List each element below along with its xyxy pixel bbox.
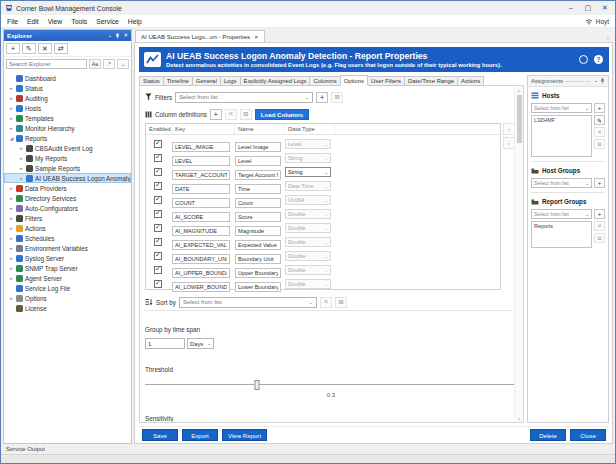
tree-item[interactable]: ▸ Agent Server bbox=[4, 273, 131, 283]
enabled-checkbox[interactable] bbox=[154, 168, 162, 176]
hosts-dropdown[interactable]: Select from list ⌄ bbox=[531, 103, 592, 113]
tree-chevron-icon[interactable]: ▸ bbox=[9, 106, 14, 111]
data-type-select[interactable]: Level ⌄ bbox=[285, 139, 331, 149]
tree-chevron-icon[interactable]: ▸ bbox=[9, 296, 14, 301]
tree-item[interactable]: ▸ Syslog Server bbox=[4, 253, 131, 263]
remove-sort-button[interactable]: ⊠ bbox=[335, 297, 347, 308]
tree-item[interactable]: ▸ Hosts bbox=[4, 103, 131, 113]
threshold-slider[interactable] bbox=[145, 380, 514, 390]
menu-item[interactable]: Edit bbox=[27, 18, 39, 25]
connection-user[interactable]: Hoyt bbox=[596, 18, 609, 25]
hosts-listbox[interactable]: L3ZHMF bbox=[531, 115, 592, 157]
property-tab[interactable]: General bbox=[192, 76, 221, 86]
property-tab[interactable]: Status bbox=[139, 76, 164, 86]
filters-dropdown[interactable]: Select from list ⌄ bbox=[175, 92, 313, 103]
enabled-checkbox[interactable] bbox=[154, 140, 162, 148]
tree-item[interactable]: ▸ My Reports bbox=[4, 153, 131, 163]
enabled-checkbox[interactable] bbox=[154, 252, 162, 260]
property-tab[interactable]: Date/Time Range bbox=[404, 76, 458, 86]
enabled-checkbox[interactable] bbox=[154, 224, 162, 232]
edit-item-button[interactable]: ✎ bbox=[22, 43, 36, 54]
tree-chevron-icon[interactable]: ▸ bbox=[9, 116, 14, 121]
data-type-select[interactable]: UInt64 ⌄ bbox=[285, 195, 331, 205]
clear-columns-button[interactable]: ⊠ bbox=[240, 109, 252, 120]
tab-list-chevron-icon[interactable]: ⌄ bbox=[606, 34, 613, 42]
tree-item[interactable]: ▸ Environment Variables bbox=[4, 243, 131, 253]
tree-item[interactable]: ▸ Auto-Configurators bbox=[4, 203, 131, 213]
tree-chevron-icon[interactable]: ▸ bbox=[9, 266, 14, 271]
tree-chevron-icon[interactable]: ▸ bbox=[9, 186, 14, 191]
add-item-button[interactable]: + bbox=[6, 43, 20, 54]
tree-item[interactable]: ▸ Actions bbox=[4, 223, 131, 233]
property-tab[interactable]: Explicitly Assigned Logs bbox=[240, 76, 311, 86]
footer-button[interactable]: Export bbox=[182, 429, 218, 441]
search-input[interactable] bbox=[6, 59, 87, 69]
content-scrollbar[interactable]: ˄ ˅ bbox=[514, 86, 523, 422]
enabled-checkbox[interactable] bbox=[154, 238, 162, 246]
minimize-icon[interactable]: – bbox=[567, 4, 575, 12]
tree-item[interactable]: ▸ Templates bbox=[4, 113, 131, 123]
tree-item[interactable]: ▸ Status bbox=[4, 83, 131, 93]
key-field[interactable] bbox=[172, 282, 230, 292]
enabled-checkbox[interactable] bbox=[154, 196, 162, 204]
scrollbar-thumb[interactable] bbox=[517, 95, 522, 143]
table-scroll-up-button[interactable]: ˄ bbox=[503, 123, 514, 135]
host-list-item[interactable]: L3ZHMF bbox=[534, 117, 589, 123]
tree-chevron-icon[interactable]: ▸ bbox=[9, 86, 14, 91]
data-type-select[interactable]: Double ⌄ bbox=[285, 265, 331, 275]
tree-item[interactable]: ▸ Monitor Hierarchy bbox=[4, 123, 131, 133]
group-by-unit-select[interactable]: Days ⌄ bbox=[187, 338, 214, 349]
property-tab[interactable]: Options bbox=[340, 75, 368, 86]
move-item-button[interactable]: ⇄ bbox=[54, 43, 68, 54]
tree-item[interactable]: ▸ Filters bbox=[4, 213, 131, 223]
enabled-checkbox[interactable] bbox=[154, 266, 162, 274]
footer-button[interactable]: Delete bbox=[530, 429, 566, 441]
regex-button[interactable]: .* bbox=[103, 59, 115, 69]
tree-item[interactable]: ◢ Reports bbox=[4, 133, 131, 143]
add-report-group-button[interactable]: + bbox=[594, 209, 605, 219]
tree-chevron-icon[interactable]: ▸ bbox=[19, 156, 24, 161]
pin-icon[interactable] bbox=[600, 78, 605, 84]
tree-item[interactable]: ▸ CBSAudit Event Log bbox=[4, 143, 131, 153]
property-tab[interactable]: Columns bbox=[309, 76, 340, 86]
tree-item[interactable]: Dashboard bbox=[4, 73, 131, 83]
edit-host-button[interactable]: ✎ bbox=[594, 115, 605, 125]
panel-chevron-down-icon[interactable]: ⌄ bbox=[593, 78, 598, 84]
tree-chevron-icon[interactable]: ▸ bbox=[9, 226, 14, 231]
property-tab[interactable]: User Filters bbox=[367, 76, 405, 86]
menu-item[interactable]: File bbox=[7, 18, 18, 25]
service-output-tab[interactable]: Service Output bbox=[1, 444, 615, 454]
footer-button[interactable]: Save bbox=[142, 429, 178, 441]
footer-button[interactable]: Close bbox=[570, 429, 606, 441]
menu-item[interactable]: Help bbox=[128, 18, 142, 25]
enabled-checkbox[interactable] bbox=[154, 280, 162, 288]
panel-chevron-down-icon[interactable]: ⌄ bbox=[108, 33, 113, 39]
tree-item[interactable]: ▸ Options bbox=[4, 293, 131, 303]
tree-item[interactable]: ▸ Schedules bbox=[4, 233, 131, 243]
tree-item[interactable]: ▸ Auditing bbox=[4, 93, 131, 103]
sort-by-dropdown[interactable]: Select from list ⌄ bbox=[179, 297, 317, 308]
table-scroll-down-button[interactable]: ˅ bbox=[503, 137, 514, 149]
panel-close-icon[interactable]: ✕ bbox=[123, 33, 128, 39]
tree-chevron-icon[interactable]: ◢ bbox=[9, 136, 14, 141]
tree-item[interactable]: ▸ Data Providers bbox=[4, 183, 131, 193]
data-type-select[interactable]: Double ⌄ bbox=[285, 237, 331, 247]
document-tab[interactable]: AI UEAB Success Logo...on - Properties ✕ bbox=[135, 30, 265, 42]
property-tab[interactable]: Logs bbox=[220, 76, 241, 86]
clear-report-groups-button[interactable]: ⊠ bbox=[594, 233, 605, 243]
match-case-button[interactable]: Aa bbox=[89, 59, 101, 69]
tree-chevron-icon[interactable]: ▸ bbox=[19, 166, 24, 171]
host-groups-dropdown[interactable]: Select from list ⌄ bbox=[531, 178, 592, 188]
data-type-select[interactable]: Double ⌄ bbox=[285, 279, 331, 289]
enabled-checkbox[interactable] bbox=[154, 154, 162, 162]
tree-chevron-icon[interactable]: ▸ bbox=[9, 276, 14, 281]
menu-item[interactable]: View bbox=[48, 18, 63, 25]
tree-chevron-icon[interactable]: ▸ bbox=[9, 126, 14, 131]
close-icon[interactable]: ✕ bbox=[601, 4, 609, 12]
clear-sort-button[interactable]: ✕ bbox=[320, 297, 332, 308]
data-type-select[interactable]: Date Time ⌄ bbox=[285, 181, 331, 191]
load-columns-button[interactable]: Load Columns bbox=[255, 109, 309, 120]
maximize-icon[interactable]: ▢ bbox=[584, 4, 592, 12]
remove-host-button[interactable]: ✕ bbox=[594, 127, 605, 137]
search-go-button[interactable]: → bbox=[117, 59, 129, 69]
